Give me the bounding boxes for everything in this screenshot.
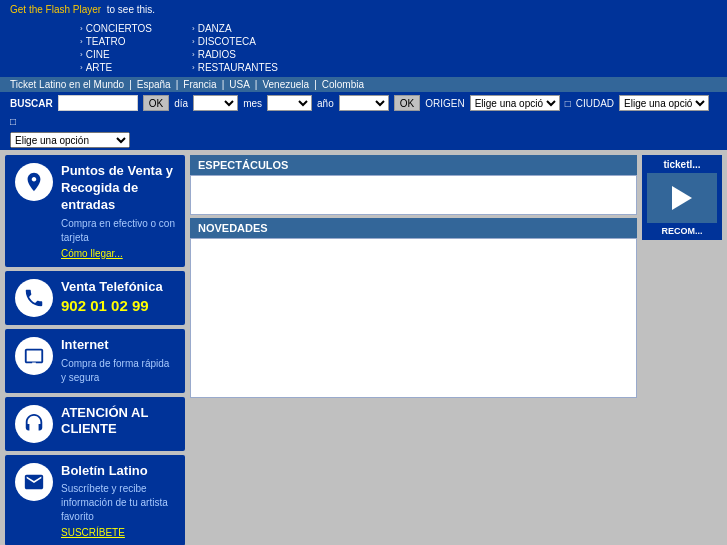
origen-label: ORIGEN [425, 98, 464, 109]
ciudad-label: CIUDAD [576, 98, 614, 109]
search-bar: BUSCAR OK día mes año OK ORIGEN Elige un… [0, 92, 727, 130]
map-icon [15, 163, 53, 201]
phone-number: 902 01 02 99 [61, 296, 163, 316]
nav-col-2: ›DANZA ›DISCOTECA ›RADIOS ›RESTAURANTES [192, 23, 278, 73]
category-select[interactable]: Elige una opción [10, 132, 130, 148]
atencion-title: ATENCIÓN AL CLIENTE [61, 405, 175, 439]
country-nav-label: Ticket Latino en el Mundo [10, 79, 124, 90]
main-content: Puntos de Venta y Recogida de entradas C… [0, 150, 727, 545]
country-nav: Ticket Latino en el Mundo | España | Fra… [0, 77, 727, 92]
dia-label: día [174, 98, 188, 109]
dropdown-row: Elige una opción [0, 130, 727, 150]
country-espana[interactable]: España [137, 79, 171, 90]
espectaculos-section: ESPECTÁCULOS [190, 155, 637, 215]
novedades-header: NOVEDADES [190, 218, 637, 238]
phone-icon [15, 279, 53, 317]
ciudad-select[interactable]: Elige una opción [619, 95, 709, 111]
country-colombia[interactable]: Colombia [322, 79, 364, 90]
espectaculos-content [190, 175, 637, 215]
atencion-cliente-box[interactable]: ATENCIÓN AL CLIENTE [5, 397, 185, 451]
search-label: BUSCAR [10, 98, 53, 109]
nav-col-1: ›CONCIERTOS ›TEATRO ›CINE ›ARTE [80, 23, 152, 73]
country-usa[interactable]: USA [229, 79, 250, 90]
mes-label: mes [243, 98, 262, 109]
country-venezuela[interactable]: Venezuela [262, 79, 309, 90]
como-llegar-link[interactable]: Cómo llegar... [61, 248, 175, 259]
play-button-icon[interactable] [672, 186, 692, 210]
nav-arte[interactable]: ›ARTE [80, 62, 152, 73]
internet-box[interactable]: Internet Compra de forma rápida y segura [5, 329, 185, 393]
nav-radios[interactable]: ›RADIOS [192, 49, 278, 60]
ano-label: año [317, 98, 334, 109]
search-ok-button-2[interactable]: OK [394, 95, 420, 111]
recom-label: RECOM... [646, 226, 718, 236]
right-panel-box: ticketl... RECOM... [642, 155, 722, 240]
search-ok-button-1[interactable]: OK [143, 95, 169, 111]
venta-telefonica-box[interactable]: Venta Telefónica 902 01 02 99 [5, 271, 185, 325]
mes-select[interactable] [267, 95, 312, 111]
newsletter-icon [15, 463, 53, 501]
center-panel: ESPECTÁCULOS NOVEDADES [190, 155, 637, 545]
left-panel: Puntos de Venta y Recogida de entradas C… [5, 155, 185, 545]
headset-icon [15, 405, 53, 443]
internet-title: Internet [61, 337, 175, 354]
nav-teatro[interactable]: ›TEATRO [80, 36, 152, 47]
espectaculos-header: ESPECTÁCULOS [190, 155, 637, 175]
main-nav: ›CONCIERTOS ›TEATRO ›CINE ›ARTE ›DANZA ›… [0, 19, 727, 77]
novedades-content [190, 238, 637, 398]
nav-discoteca[interactable]: ›DISCOTECA [192, 36, 278, 47]
nav-conciertos[interactable]: ›CONCIERTOS [80, 23, 152, 34]
suscribete-link[interactable]: SUSCRÍBETE [61, 527, 175, 538]
boletin-subtitle: Suscríbete y recibe información de tu ar… [61, 482, 175, 524]
nav-cine[interactable]: ›CINE [80, 49, 152, 60]
right-brand: ticketl... [646, 159, 718, 170]
ano-select[interactable] [339, 95, 389, 111]
boletin-box[interactable]: Boletín Latino Suscríbete y recibe infor… [5, 455, 185, 545]
dia-select[interactable] [193, 95, 238, 111]
venta-tel-title: Venta Telefónica [61, 279, 163, 296]
right-panel: ticketl... RECOM... [642, 155, 722, 545]
country-francia[interactable]: Francia [183, 79, 216, 90]
nav-restaurantes[interactable]: ›RESTAURANTES [192, 62, 278, 73]
flash-player-link[interactable]: Get the Flash Player [10, 4, 101, 15]
puntos-venta-subtitle: Compra en efectivo o con tarjeta [61, 217, 175, 245]
flash-notice: Get the Flash Player Get the Flash Playe… [10, 4, 155, 15]
puntos-venta-title: Puntos de Venta y Recogida de entradas [61, 163, 175, 214]
computer-icon [15, 337, 53, 375]
puntos-venta-box[interactable]: Puntos de Venta y Recogida de entradas C… [5, 155, 185, 267]
search-input[interactable] [58, 95, 138, 111]
video-player[interactable] [647, 173, 717, 223]
novedades-section: NOVEDADES [190, 218, 637, 398]
boletin-title: Boletín Latino [61, 463, 175, 480]
internet-subtitle: Compra de forma rápida y segura [61, 357, 175, 385]
origen-select[interactable]: Elige una opción [470, 95, 560, 111]
nav-danza[interactable]: ›DANZA [192, 23, 278, 34]
